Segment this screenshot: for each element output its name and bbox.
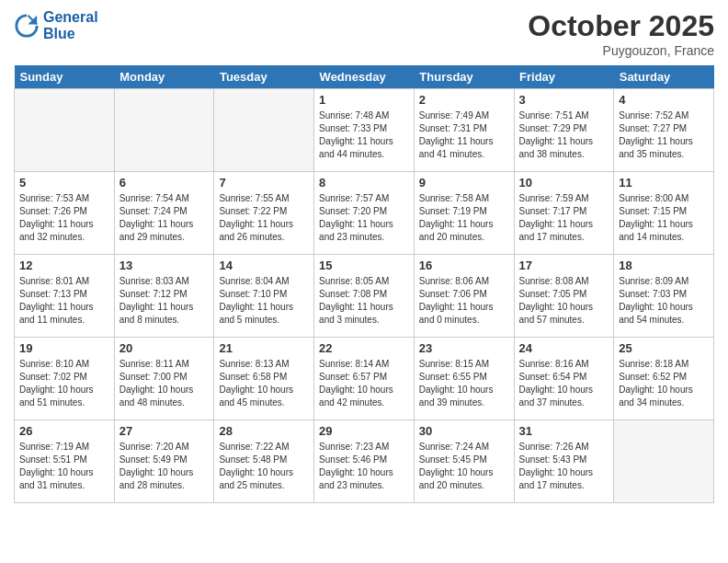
day-info: Sunrise: 7:19 AM Sunset: 5:51 PM Dayligh… bbox=[19, 441, 109, 492]
table-row bbox=[614, 420, 714, 503]
day-number: 9 bbox=[419, 176, 509, 190]
day-number: 21 bbox=[219, 341, 309, 355]
day-number: 19 bbox=[19, 341, 109, 355]
calendar-week-row: 12Sunrise: 8:01 AM Sunset: 7:13 PM Dayli… bbox=[15, 255, 714, 338]
day-info: Sunrise: 8:13 AM Sunset: 6:58 PM Dayligh… bbox=[219, 358, 309, 409]
day-number: 4 bbox=[619, 93, 709, 107]
header-tuesday: Tuesday bbox=[214, 65, 314, 89]
header-thursday: Thursday bbox=[414, 65, 514, 89]
table-row: 2Sunrise: 7:49 AM Sunset: 7:31 PM Daylig… bbox=[414, 89, 514, 172]
day-number: 22 bbox=[319, 341, 409, 355]
day-info: Sunrise: 8:00 AM Sunset: 7:15 PM Dayligh… bbox=[619, 192, 709, 244]
day-info: Sunrise: 8:10 AM Sunset: 7:02 PM Dayligh… bbox=[19, 358, 109, 409]
table-row: 25Sunrise: 8:18 AM Sunset: 6:52 PM Dayli… bbox=[614, 338, 714, 420]
table-row bbox=[15, 89, 115, 172]
table-row: 10Sunrise: 7:59 AM Sunset: 7:17 PM Dayli… bbox=[514, 172, 614, 255]
day-info: Sunrise: 8:16 AM Sunset: 6:54 PM Dayligh… bbox=[519, 358, 609, 409]
day-number: 11 bbox=[619, 176, 709, 190]
day-number: 3 bbox=[519, 93, 609, 107]
page-container: General Blue October 2025 Puygouzon, Fra… bbox=[0, 0, 728, 512]
day-info: Sunrise: 8:09 AM Sunset: 7:03 PM Dayligh… bbox=[619, 275, 709, 327]
day-info: Sunrise: 7:54 AM Sunset: 7:24 PM Dayligh… bbox=[119, 192, 210, 244]
table-row: 16Sunrise: 8:06 AM Sunset: 7:06 PM Dayli… bbox=[414, 255, 514, 338]
table-row: 6Sunrise: 7:54 AM Sunset: 7:24 PM Daylig… bbox=[114, 172, 214, 255]
day-number: 16 bbox=[419, 259, 509, 272]
location-subtitle: Puygouzon, France bbox=[528, 43, 714, 58]
header-saturday: Saturday bbox=[614, 65, 714, 89]
month-title: October 2025 bbox=[528, 9, 714, 43]
table-row: 8Sunrise: 7:57 AM Sunset: 7:20 PM Daylig… bbox=[314, 172, 415, 255]
day-info: Sunrise: 7:49 AM Sunset: 7:31 PM Dayligh… bbox=[419, 109, 509, 161]
day-number: 7 bbox=[219, 176, 309, 190]
day-number: 10 bbox=[519, 176, 609, 190]
day-info: Sunrise: 7:57 AM Sunset: 7:20 PM Dayligh… bbox=[319, 192, 409, 244]
day-number: 20 bbox=[119, 341, 210, 355]
day-info: Sunrise: 7:48 AM Sunset: 7:33 PM Dayligh… bbox=[319, 109, 409, 161]
day-info: Sunrise: 7:51 AM Sunset: 7:29 PM Dayligh… bbox=[519, 109, 609, 161]
table-row: 18Sunrise: 8:09 AM Sunset: 7:03 PM Dayli… bbox=[614, 255, 714, 338]
day-info: Sunrise: 8:15 AM Sunset: 6:55 PM Dayligh… bbox=[419, 358, 509, 409]
table-row: 28Sunrise: 7:22 AM Sunset: 5:48 PM Dayli… bbox=[214, 420, 314, 503]
day-number: 1 bbox=[319, 93, 409, 107]
day-number: 2 bbox=[419, 93, 509, 107]
calendar-week-row: 5Sunrise: 7:53 AM Sunset: 7:26 PM Daylig… bbox=[15, 172, 714, 255]
day-info: Sunrise: 7:58 AM Sunset: 7:19 PM Dayligh… bbox=[419, 192, 509, 244]
day-number: 25 bbox=[619, 341, 709, 355]
table-row: 4Sunrise: 7:52 AM Sunset: 7:27 PM Daylig… bbox=[614, 89, 714, 172]
calendar-table: Sunday Monday Tuesday Wednesday Thursday… bbox=[14, 65, 714, 503]
day-number: 28 bbox=[219, 424, 309, 438]
table-row: 21Sunrise: 8:13 AM Sunset: 6:58 PM Dayli… bbox=[214, 338, 314, 420]
table-row: 19Sunrise: 8:10 AM Sunset: 7:02 PM Dayli… bbox=[15, 338, 115, 420]
table-row: 31Sunrise: 7:26 AM Sunset: 5:43 PM Dayli… bbox=[514, 420, 614, 503]
day-info: Sunrise: 8:04 AM Sunset: 7:10 PM Dayligh… bbox=[219, 275, 309, 327]
table-row: 29Sunrise: 7:23 AM Sunset: 5:46 PM Dayli… bbox=[314, 420, 415, 503]
day-info: Sunrise: 8:14 AM Sunset: 6:57 PM Dayligh… bbox=[319, 358, 409, 409]
table-row: 15Sunrise: 8:05 AM Sunset: 7:08 PM Dayli… bbox=[314, 255, 415, 338]
day-info: Sunrise: 7:59 AM Sunset: 7:17 PM Dayligh… bbox=[519, 192, 609, 244]
day-info: Sunrise: 8:03 AM Sunset: 7:12 PM Dayligh… bbox=[119, 275, 210, 327]
header-wednesday: Wednesday bbox=[314, 65, 415, 89]
day-info: Sunrise: 8:08 AM Sunset: 7:05 PM Dayligh… bbox=[519, 275, 609, 327]
day-info: Sunrise: 7:20 AM Sunset: 5:49 PM Dayligh… bbox=[119, 441, 210, 492]
logo-text: General Blue bbox=[43, 9, 98, 42]
day-number: 13 bbox=[119, 259, 210, 272]
calendar-week-row: 19Sunrise: 8:10 AM Sunset: 7:02 PM Dayli… bbox=[15, 338, 714, 420]
day-number: 27 bbox=[119, 424, 210, 438]
day-number: 6 bbox=[119, 176, 210, 190]
day-info: Sunrise: 8:11 AM Sunset: 7:00 PM Dayligh… bbox=[119, 358, 210, 409]
table-row: 11Sunrise: 8:00 AM Sunset: 7:15 PM Dayli… bbox=[614, 172, 714, 255]
day-number: 18 bbox=[619, 259, 709, 272]
day-number: 31 bbox=[519, 424, 609, 438]
table-row: 9Sunrise: 7:58 AM Sunset: 7:19 PM Daylig… bbox=[414, 172, 514, 255]
table-row: 27Sunrise: 7:20 AM Sunset: 5:49 PM Dayli… bbox=[114, 420, 214, 503]
page-header: General Blue October 2025 Puygouzon, Fra… bbox=[14, 9, 714, 58]
calendar-week-row: 26Sunrise: 7:19 AM Sunset: 5:51 PM Dayli… bbox=[15, 420, 714, 503]
table-row: 14Sunrise: 8:04 AM Sunset: 7:10 PM Dayli… bbox=[214, 255, 314, 338]
day-info: Sunrise: 7:22 AM Sunset: 5:48 PM Dayligh… bbox=[219, 441, 309, 492]
header-monday: Monday bbox=[114, 65, 214, 89]
table-row bbox=[214, 89, 314, 172]
table-row: 20Sunrise: 8:11 AM Sunset: 7:00 PM Dayli… bbox=[114, 338, 214, 420]
table-row: 7Sunrise: 7:55 AM Sunset: 7:22 PM Daylig… bbox=[214, 172, 314, 255]
table-row: 5Sunrise: 7:53 AM Sunset: 7:26 PM Daylig… bbox=[15, 172, 115, 255]
day-info: Sunrise: 8:06 AM Sunset: 7:06 PM Dayligh… bbox=[419, 275, 509, 327]
day-info: Sunrise: 7:23 AM Sunset: 5:46 PM Dayligh… bbox=[319, 441, 409, 492]
day-number: 23 bbox=[419, 341, 509, 355]
calendar-week-row: 1Sunrise: 7:48 AM Sunset: 7:33 PM Daylig… bbox=[15, 89, 714, 172]
day-info: Sunrise: 8:18 AM Sunset: 6:52 PM Dayligh… bbox=[619, 358, 709, 409]
day-number: 26 bbox=[19, 424, 109, 438]
day-info: Sunrise: 8:05 AM Sunset: 7:08 PM Dayligh… bbox=[319, 275, 409, 327]
logo-icon bbox=[14, 13, 40, 39]
table-row bbox=[114, 89, 214, 172]
day-info: Sunrise: 8:01 AM Sunset: 7:13 PM Dayligh… bbox=[19, 275, 109, 327]
day-number: 29 bbox=[319, 424, 409, 438]
logo: General Blue bbox=[14, 9, 98, 42]
day-number: 12 bbox=[19, 259, 109, 272]
table-row: 3Sunrise: 7:51 AM Sunset: 7:29 PM Daylig… bbox=[514, 89, 614, 172]
day-info: Sunrise: 7:26 AM Sunset: 5:43 PM Dayligh… bbox=[519, 441, 609, 492]
table-row: 1Sunrise: 7:48 AM Sunset: 7:33 PM Daylig… bbox=[314, 89, 415, 172]
day-number: 14 bbox=[219, 259, 309, 272]
table-row: 24Sunrise: 8:16 AM Sunset: 6:54 PM Dayli… bbox=[514, 338, 614, 420]
day-number: 5 bbox=[19, 176, 109, 190]
day-header-row: Sunday Monday Tuesday Wednesday Thursday… bbox=[15, 65, 714, 89]
